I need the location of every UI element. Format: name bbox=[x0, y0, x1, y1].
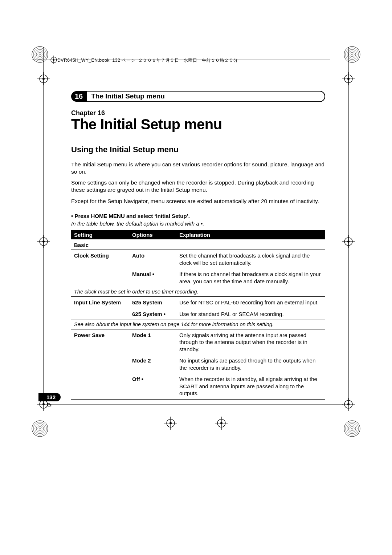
chapter-label: Chapter 16 bbox=[71, 109, 325, 117]
svg-point-35 bbox=[347, 78, 350, 80]
table-default-note: In the table below, the default option i… bbox=[71, 220, 325, 227]
intro-paragraph: Some settings can only be changed when t… bbox=[71, 179, 325, 194]
explain-mode1: Only signals arriving at the antenna inp… bbox=[176, 329, 325, 355]
option-625: 625 System • bbox=[129, 308, 176, 320]
svg-point-31 bbox=[42, 78, 45, 80]
explain-off: When the recorder is in standby, all sig… bbox=[176, 373, 325, 399]
svg-point-18 bbox=[344, 421, 360, 437]
settings-table: Setting Options Explanation Basic Clock … bbox=[71, 230, 325, 400]
svg-point-63 bbox=[53, 59, 54, 61]
chapter-breadcrumb: The Initial Setup menu bbox=[87, 91, 325, 102]
section-basic: Basic bbox=[71, 239, 325, 250]
option-mode1: Mode 1 bbox=[129, 329, 176, 355]
setting-clock: Clock Setting bbox=[71, 250, 129, 269]
intro-paragraph: The Initial Setup menu is where you can … bbox=[71, 161, 325, 175]
section-title: Using the Initial Setup menu bbox=[71, 145, 325, 154]
explain-mode2: No input signals are passed through to t… bbox=[176, 355, 325, 373]
chapter-title: The Initial Setup menu bbox=[71, 116, 325, 133]
explain-625: Use for standard PAL or SECAM recording. bbox=[176, 308, 325, 320]
note-input-line: See also About the input line system on … bbox=[71, 320, 325, 329]
chapter-number-badge: 16 bbox=[71, 91, 87, 102]
explain-manual: If there is no channel that broadcasts a… bbox=[176, 268, 325, 287]
svg-point-55 bbox=[170, 422, 172, 424]
option-off: Off • bbox=[129, 373, 176, 399]
svg-point-12 bbox=[32, 421, 48, 437]
explain-auto: Set the channel that broadcasts a clock … bbox=[176, 250, 325, 269]
svg-point-39 bbox=[42, 240, 45, 243]
option-auto: Auto bbox=[129, 250, 176, 269]
setting-power-save: Power Save bbox=[71, 329, 129, 355]
option-525: 525 System bbox=[129, 297, 176, 308]
page-lang-label: En bbox=[47, 402, 61, 408]
instruction-bullet: • Press HOME MENU and select ‘Initial Se… bbox=[71, 213, 325, 219]
svg-point-59 bbox=[220, 422, 222, 424]
svg-point-43 bbox=[347, 240, 350, 243]
explain-525: Use for NTSC or PAL-60 recording from an… bbox=[176, 297, 325, 308]
svg-point-6 bbox=[344, 46, 360, 62]
col-header-explanation: Explanation bbox=[176, 230, 325, 239]
intro-paragraph: Except for the Setup Navigator, menu scr… bbox=[71, 198, 325, 205]
setting-input-line: Input Line System bbox=[71, 297, 129, 308]
col-header-options: Options bbox=[129, 230, 176, 239]
page-number-badge: 132 bbox=[38, 393, 61, 401]
note-clock: The clock must be set in order to use ti… bbox=[71, 287, 325, 296]
col-header-setting: Setting bbox=[71, 230, 129, 239]
option-mode2: Mode 2 bbox=[129, 355, 176, 373]
option-manual: Manual • bbox=[129, 268, 176, 287]
svg-point-51 bbox=[347, 403, 350, 405]
